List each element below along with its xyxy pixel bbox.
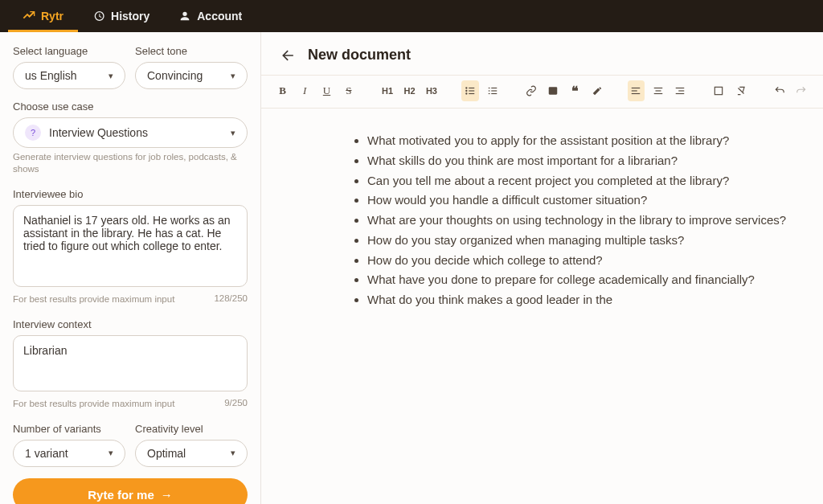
tone-select[interactable]: Convincing ▾ [135, 62, 248, 89]
generate-button[interactable]: Ryte for me → [13, 478, 248, 504]
image-icon [547, 85, 559, 96]
clear-format-icon [735, 85, 747, 96]
link-icon [526, 85, 537, 96]
svg-rect-20 [678, 90, 684, 91]
svg-rect-15 [632, 93, 641, 94]
redo-button[interactable] [793, 80, 810, 101]
history-icon [92, 10, 105, 23]
highlight-button[interactable] [588, 80, 605, 101]
account-icon [178, 10, 191, 23]
list-item: How do you stay organized when managing … [367, 231, 804, 251]
link-button[interactable] [522, 80, 539, 101]
editor-toolbar: B I U S H1 H2 H3 ❝ [261, 75, 823, 109]
document-title: New document [308, 47, 411, 64]
question-icon: ? [25, 125, 41, 141]
list-item: What have you done to prepare for colleg… [367, 270, 804, 290]
editor-pane: New document B I U S H1 H2 H3 [261, 32, 823, 504]
list-item: Can you tell me about a recent project y… [367, 171, 804, 191]
context-textarea[interactable] [13, 335, 248, 391]
align-center-button[interactable] [649, 80, 666, 101]
usecase-select[interactable]: ? Interview Questions ▾ [13, 117, 248, 148]
document-header: New document [261, 32, 823, 75]
svg-rect-17 [655, 90, 661, 91]
bio-textarea[interactable] [13, 205, 248, 287]
language-label: Select language [13, 45, 125, 57]
creativity-value: Optimal [147, 447, 186, 460]
bio-help: For best results provide maximum input [13, 293, 174, 305]
svg-rect-9 [491, 90, 497, 91]
bio-counter: 128/250 [214, 293, 248, 305]
svg-rect-5 [469, 93, 474, 94]
nav-brand[interactable]: Rytr [8, 0, 78, 32]
generate-label: Ryte for me [88, 488, 154, 502]
creativity-select[interactable]: Optimal ▾ [135, 440, 248, 467]
tone-label: Select tone [135, 45, 248, 57]
strike-button[interactable]: S [340, 80, 357, 101]
svg-rect-3 [469, 90, 474, 91]
quote-button[interactable]: ❝ [567, 80, 583, 101]
editor-content[interactable]: What motivated you to apply for the assi… [261, 109, 823, 504]
svg-rect-16 [653, 88, 662, 88]
back-icon[interactable] [280, 47, 297, 64]
nav-account[interactable]: Account [164, 0, 256, 32]
redo-icon [796, 85, 807, 96]
list-item: How do you decide which college to atten… [367, 251, 804, 271]
align-left-button[interactable] [628, 80, 645, 101]
main-layout: Select language us English ▾ Select tone… [0, 32, 823, 504]
tone-value: Convincing [147, 69, 203, 82]
list-item: What motivated you to apply for the assi… [367, 131, 804, 151]
svg-rect-21 [676, 93, 685, 94]
numbered-list-button[interactable] [484, 80, 501, 101]
undo-icon [774, 85, 785, 96]
usecase-help: Generate interview questions for job rol… [13, 151, 248, 175]
nav-history[interactable]: History [78, 0, 164, 32]
svg-rect-19 [676, 88, 685, 88]
svg-rect-7 [491, 88, 497, 88]
context-help: For best results provide maximum input [13, 398, 174, 410]
language-select[interactable]: us English ▾ [13, 62, 125, 89]
sidebar: Select language us English ▾ Select tone… [0, 32, 261, 504]
context-counter: 9/250 [224, 398, 248, 410]
brand-icon [23, 10, 35, 23]
clear-format-button[interactable] [732, 80, 749, 101]
svg-rect-8 [488, 90, 489, 91]
chevron-down-icon: ▾ [109, 448, 113, 458]
align-right-button[interactable] [671, 80, 688, 101]
list-item: How would you handle a difficult custome… [367, 191, 804, 211]
chevron-down-icon: ▾ [231, 128, 235, 138]
variants-value: 1 variant [25, 447, 68, 460]
svg-rect-11 [491, 93, 497, 94]
svg-rect-13 [632, 88, 641, 88]
creativity-label: Creativity level [135, 423, 248, 435]
align-center-icon [653, 85, 664, 96]
svg-point-4 [465, 92, 467, 94]
align-left-icon [630, 85, 641, 96]
bold-button[interactable]: B [274, 80, 291, 101]
underline-button[interactable]: U [318, 80, 335, 101]
arrow-right-icon: → [161, 488, 173, 502]
variants-select[interactable]: 1 variant ▾ [13, 440, 125, 467]
svg-rect-22 [715, 87, 723, 94]
context-label: Interview context [13, 318, 248, 330]
usecase-value: Interview Questions [49, 126, 148, 139]
list-item: What do you think makes a good leader in… [367, 290, 804, 310]
svg-rect-1 [469, 88, 474, 88]
h2-button[interactable]: H2 [401, 80, 418, 101]
chevron-down-icon: ▾ [231, 71, 235, 81]
image-button[interactable] [545, 80, 562, 101]
language-value: us English [25, 69, 77, 82]
expand-icon [713, 85, 724, 96]
nav-account-label: Account [197, 10, 242, 23]
svg-rect-12 [549, 87, 558, 94]
svg-rect-14 [632, 90, 637, 91]
h3-button[interactable]: H3 [423, 80, 440, 101]
bulleted-list-button[interactable] [461, 80, 478, 101]
expand-button[interactable] [710, 80, 727, 101]
undo-button[interactable] [771, 80, 788, 101]
svg-rect-10 [488, 93, 489, 94]
svg-point-2 [465, 90, 467, 92]
align-right-icon [674, 85, 686, 96]
h1-button[interactable]: H1 [379, 80, 395, 101]
svg-rect-18 [653, 93, 662, 94]
italic-button[interactable]: I [296, 80, 313, 101]
